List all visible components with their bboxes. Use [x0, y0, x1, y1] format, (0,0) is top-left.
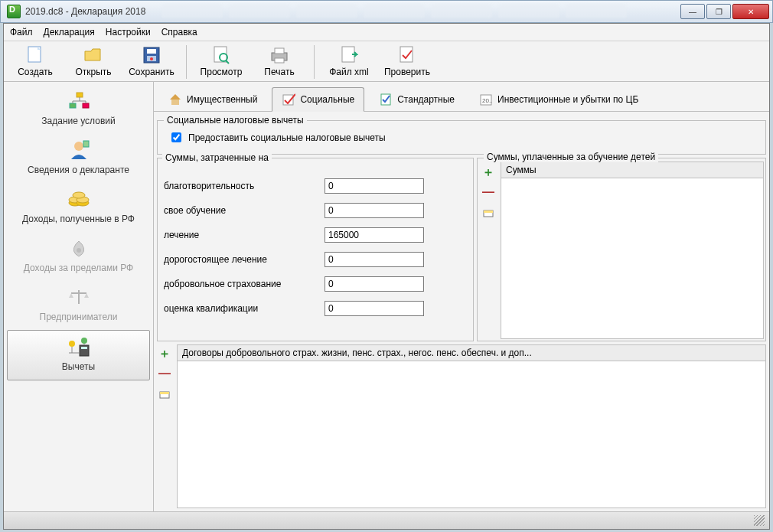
open-button[interactable]: Открыть — [67, 44, 120, 79]
sidebar-item-conditions[interactable]: Задание условий — [4, 85, 153, 134]
sidebar-item-declarant[interactable]: Сведения о декларанте — [4, 134, 153, 183]
treatment-input[interactable] — [325, 227, 424, 243]
social-deductions-group: Социальные налоговые вычеты Предоставить… — [157, 115, 766, 155]
tab-bar: Имущественный Социальные Стандартные 20.… — [154, 82, 769, 112]
sidebar: Задание условий Сведения о декларанте До… — [4, 82, 154, 511]
person-icon — [68, 139, 90, 162]
menu-declaration[interactable]: Декларация — [44, 27, 95, 38]
tab-invest[interactable]: 20.. Инвестиционные и убытки по ЦБ — [469, 87, 648, 111]
charity-label: благотворительность — [164, 181, 325, 191]
house-icon — [168, 93, 182, 106]
expensive-treatment-input[interactable] — [325, 252, 424, 267]
treatment-label: лечение — [164, 230, 325, 240]
tab-social[interactable]: Социальные — [272, 87, 364, 112]
calendar-icon: 20.. — [479, 93, 493, 106]
remove-child-row-button[interactable]: — — [481, 184, 496, 200]
new-file-icon — [25, 45, 45, 65]
tab-standard[interactable]: Стандартные — [369, 87, 465, 111]
svg-rect-48 — [160, 392, 169, 394]
svg-text:20..: 20.. — [482, 97, 492, 104]
sidebar-item-income-rf[interactable]: Доходы, полученные в РФ — [4, 183, 153, 232]
own-education-input[interactable] — [325, 203, 424, 218]
scales-icon — [68, 286, 90, 308]
svg-rect-23 — [83, 141, 89, 147]
add-contract-button[interactable]: ＋ — [157, 346, 172, 361]
own-education-label: свое обучение — [164, 205, 325, 216]
printer-icon — [269, 45, 289, 65]
app-icon — [7, 5, 21, 18]
charity-input[interactable] — [325, 178, 424, 194]
svg-rect-14 — [400, 47, 413, 62]
folder-open-icon — [83, 45, 103, 65]
save-button[interactable]: Сохранить — [125, 44, 178, 79]
svg-marker-2 — [85, 49, 100, 60]
svg-rect-11 — [275, 48, 284, 54]
svg-point-29 — [77, 248, 81, 253]
status-bar — [4, 511, 769, 529]
coins-icon — [67, 188, 90, 211]
xml-button[interactable]: Файл xml — [322, 44, 376, 79]
add-child-row-button[interactable]: ＋ — [481, 165, 496, 180]
provide-social-label: Предоставить социальные налоговые вычеты — [188, 132, 386, 143]
svg-point-6 — [150, 57, 153, 60]
check-icon — [397, 45, 417, 65]
svg-rect-15 — [77, 93, 83, 97]
contracts-list-header: Договоры добровольного страх. жизни, пен… — [182, 348, 761, 358]
maximize-button[interactable]: ❐ — [706, 4, 731, 19]
svg-rect-4 — [147, 49, 156, 54]
children-education-group: Суммы, уплаченные за обучение детей ＋ — … — [477, 158, 766, 341]
menu-file[interactable]: Файл — [10, 27, 33, 38]
svg-rect-46 — [484, 211, 493, 213]
qualification-label: оценка квалификации — [164, 303, 325, 314]
insurance-label: добровольное страхование — [164, 279, 325, 289]
svg-rect-33 — [81, 347, 87, 349]
titlebar: 2019.dc8 - Декларация 2018 — ❐ ✕ — [0, 0, 773, 23]
svg-rect-12 — [275, 58, 284, 63]
svg-point-22 — [74, 142, 83, 151]
check-button[interactable]: Проверить — [380, 44, 434, 79]
money-bag-icon — [69, 237, 89, 259]
tree-icon — [67, 90, 90, 113]
expensive-treatment-label: дорогостоящее лечение — [164, 254, 325, 265]
sidebar-item-income-foreign: Доходы за пределами РФ — [4, 232, 153, 281]
deductions-icon — [67, 335, 90, 358]
svg-marker-39 — [170, 94, 181, 100]
qualification-input[interactable] — [325, 301, 424, 316]
print-button[interactable]: Печать — [253, 44, 306, 79]
spent-amounts-group: Суммы, затраченные на благотворительност… — [157, 158, 474, 341]
sidebar-item-deductions[interactable]: Вычеты — [7, 330, 150, 380]
edit-child-row-button[interactable] — [481, 204, 496, 220]
svg-rect-17 — [83, 103, 89, 108]
create-button[interactable]: Создать — [8, 44, 62, 79]
provide-social-checkbox[interactable] — [171, 132, 181, 142]
clipboard-icon — [379, 93, 393, 106]
preview-icon — [211, 45, 231, 65]
svg-point-34 — [69, 341, 75, 347]
children-list[interactable]: Суммы — [501, 162, 764, 339]
svg-point-28 — [73, 192, 85, 198]
svg-line-9 — [226, 60, 229, 64]
edit-contract-button[interactable] — [157, 386, 172, 401]
menu-bar: Файл Декларация Настройки Справка — [4, 24, 769, 41]
resize-grip-icon[interactable] — [754, 515, 765, 526]
close-button[interactable]: ✕ — [732, 4, 769, 19]
floppy-icon — [142, 45, 161, 65]
tab-property[interactable]: Имущественный — [158, 87, 267, 111]
xml-file-icon — [339, 45, 359, 65]
minimize-button[interactable]: — — [680, 4, 705, 19]
svg-rect-16 — [70, 103, 76, 108]
svg-point-35 — [81, 338, 87, 344]
children-list-header: Суммы — [506, 165, 758, 175]
menu-settings[interactable]: Настройки — [106, 27, 151, 38]
menu-help[interactable]: Справка — [161, 27, 197, 38]
checkbox-icon — [282, 93, 295, 106]
contracts-list[interactable]: Договоры добровольного страх. жизни, пен… — [177, 344, 766, 508]
svg-rect-40 — [171, 100, 179, 105]
toolbar: Создать Открыть Сохранить Просмотр Печат… — [4, 41, 769, 82]
preview-button[interactable]: Просмотр — [194, 44, 248, 79]
remove-contract-button[interactable]: — — [157, 366, 172, 381]
sidebar-item-entrepreneurs: Предприниматели — [4, 281, 153, 330]
insurance-input[interactable] — [325, 276, 424, 292]
